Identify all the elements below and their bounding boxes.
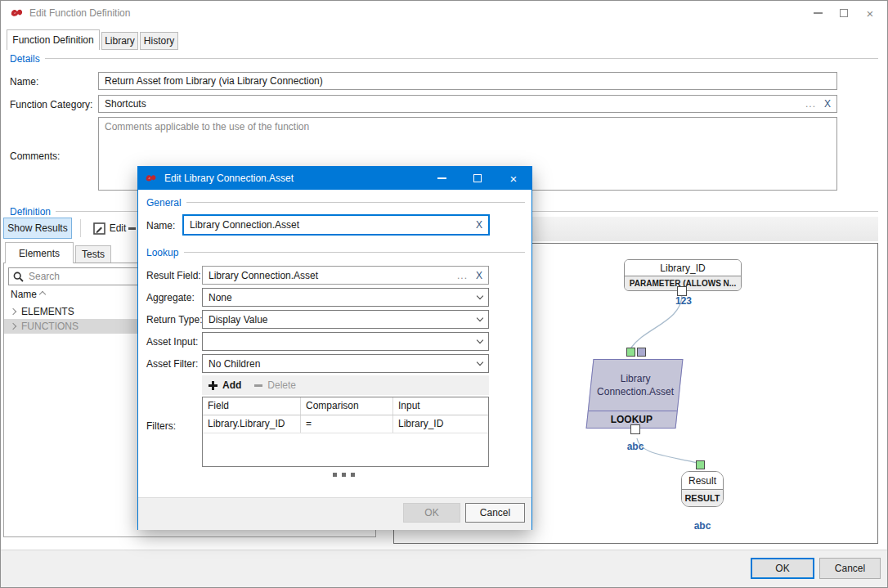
result-output-type-label: abc <box>694 520 711 532</box>
details-section-label: Details <box>10 53 45 65</box>
return-type-select[interactable]: Display Value <box>202 310 489 329</box>
delete-minus-icon[interactable] <box>128 227 136 230</box>
modal-titlebar[interactable]: Edit Library Connection.Asset × <box>138 167 531 190</box>
modal-name-value: Library Connection.Asset <box>190 219 476 231</box>
category-clear-button[interactable]: X <box>824 98 831 110</box>
modal-name-clear-button[interactable]: X <box>476 219 482 231</box>
modal-name-input[interactable]: Library Connection.Asset X <box>182 214 490 236</box>
cell-field[interactable]: Library.Library_ID <box>203 415 301 433</box>
lookup-section-label: Lookup <box>146 247 183 258</box>
tree-item-label: ELEMENTS <box>21 306 74 317</box>
filters-table-header: Field Comparison Input <box>203 397 488 415</box>
modal-ok-button[interactable]: OK <box>403 503 460 523</box>
column-header-comparison[interactable]: Comparison <box>301 397 393 415</box>
lookup-output-port[interactable] <box>630 424 640 434</box>
modal-close-button[interactable]: × <box>496 167 531 190</box>
edit-pencil-icon <box>93 222 105 235</box>
lookup-output-type-label: abc <box>627 441 644 452</box>
result-field-clear-button[interactable]: X <box>476 270 482 281</box>
main-titlebar: Edit Function Definition × <box>0 0 888 28</box>
general-section-label: General <box>146 197 186 209</box>
maximize-icon <box>473 174 482 182</box>
asset-input-label: Asset Input: <box>146 336 198 348</box>
lookup-input-port-lavender[interactable] <box>637 348 646 357</box>
close-button[interactable]: × <box>857 3 883 23</box>
comments-placeholder: Comments applicable to the use of the fu… <box>105 121 309 132</box>
chevron-down-icon <box>477 315 483 321</box>
modal-window-controls: × <box>424 167 531 190</box>
details-section-line <box>43 58 878 59</box>
column-header-field[interactable]: Field <box>203 397 301 415</box>
asset-filter-select[interactable]: No Children <box>202 354 489 373</box>
main-window-controls: × <box>805 3 883 23</box>
tree-header[interactable]: Name <box>11 289 45 300</box>
lookup-node-type: LOOKUP <box>611 414 653 425</box>
result-input-port[interactable] <box>696 460 705 469</box>
modal-name-label: Name: <box>146 220 175 231</box>
tab-elements[interactable]: Elements <box>5 242 74 263</box>
add-filter-button[interactable]: Add <box>209 379 241 391</box>
filters-table[interactable]: Field Comparison Input Library.Library_I… <box>202 397 489 467</box>
plus-icon <box>209 381 218 390</box>
close-icon: × <box>867 7 874 20</box>
tab-library[interactable]: Library <box>101 32 138 50</box>
name-input[interactable]: Return Asset from Library (via Library C… <box>98 72 837 90</box>
table-row[interactable]: Library.Library_ID = Library_ID <box>203 415 488 433</box>
lookup-node[interactable]: Library Connection.Asset LOOKUP <box>586 359 684 429</box>
modal-cancel-button[interactable]: Cancel <box>465 503 525 523</box>
tab-function-definition[interactable]: Function Definition <box>7 29 100 50</box>
maximize-icon <box>840 9 848 17</box>
result-node[interactable]: Result RESULT <box>681 471 724 507</box>
minimize-icon <box>437 177 446 179</box>
delete-button-label: Delete <box>267 379 296 391</box>
cell-comparison[interactable]: = <box>301 415 393 433</box>
category-browse-button[interactable]: ... <box>805 98 816 110</box>
main-window-title: Edit Function Definition <box>29 7 130 19</box>
modal-minimize-button[interactable] <box>424 167 460 190</box>
asset-input-select[interactable] <box>202 332 489 351</box>
lookup-section-line <box>184 252 525 253</box>
edit-button[interactable]: Edit <box>87 218 132 239</box>
function-category-input[interactable]: Shortcuts ... X <box>98 95 837 113</box>
chevron-right-icon <box>10 323 16 330</box>
lookup-node-title: Library Connection.Asset <box>591 372 679 398</box>
return-type-label: Return Type: <box>146 314 202 325</box>
search-placeholder: Search <box>29 271 60 282</box>
chevron-down-icon <box>477 359 483 366</box>
tree-item-label: FUNCTIONS <box>21 321 78 332</box>
result-field-input[interactable]: Library Connection.Asset ... X <box>202 266 489 285</box>
result-node-type: RESULT <box>682 489 723 506</box>
result-node-title: Result <box>682 472 723 489</box>
sort-ascending-icon <box>39 291 46 298</box>
chevron-down-icon <box>477 337 483 343</box>
delete-filter-button[interactable]: Delete <box>254 379 296 391</box>
filters-toolbar: Add Delete <box>202 375 489 395</box>
cell-input[interactable]: Library_ID <box>393 415 488 433</box>
add-button-label: Add <box>222 379 241 391</box>
name-value: Return Asset from Library (via Library C… <box>105 75 831 87</box>
resize-grip-icon[interactable] <box>333 473 355 477</box>
main-cancel-button[interactable]: Cancel <box>819 558 881 579</box>
maximize-button[interactable] <box>831 3 857 23</box>
result-field-value: Library Connection.Asset <box>209 270 457 281</box>
asset-filter-value: No Children <box>209 358 478 370</box>
chevron-right-icon <box>10 308 16 315</box>
minus-icon <box>254 384 262 387</box>
tab-history[interactable]: History <box>140 32 178 50</box>
tree-header-label: Name <box>11 289 37 300</box>
toolbar-separator <box>80 219 81 237</box>
aggregate-select[interactable]: None <box>202 288 489 307</box>
tab-tests[interactable]: Tests <box>75 245 111 263</box>
parameter-node-title: Library_ID <box>625 260 741 276</box>
result-field-browse-button[interactable]: ... <box>457 270 468 281</box>
app-logo-icon <box>145 172 158 185</box>
column-header-input[interactable]: Input <box>393 397 488 415</box>
parameter-output-type-label: 123 <box>675 295 692 307</box>
main-ok-button[interactable]: OK <box>751 558 814 579</box>
app-logo-icon <box>10 6 25 20</box>
lookup-input-port-green[interactable] <box>626 348 635 357</box>
minimize-button[interactable] <box>805 3 831 23</box>
show-results-button[interactable]: Show Results <box>3 218 72 239</box>
modal-maximize-button[interactable] <box>460 167 496 190</box>
edit-button-label: Edit <box>110 222 127 234</box>
